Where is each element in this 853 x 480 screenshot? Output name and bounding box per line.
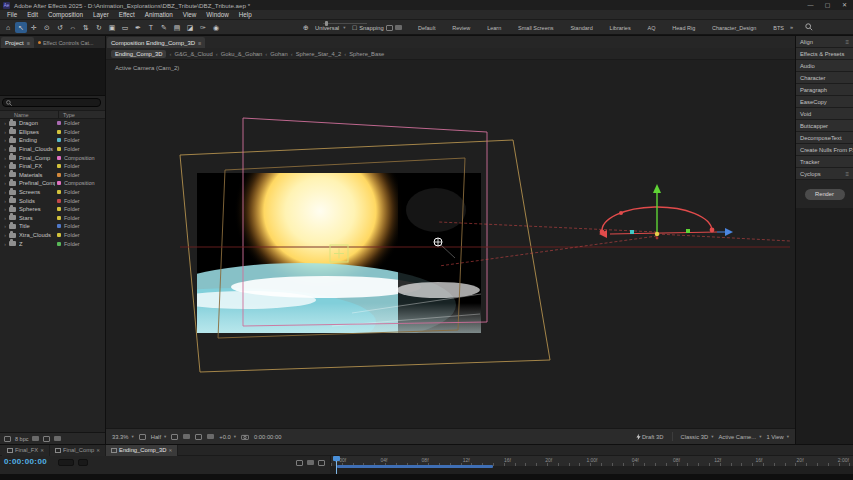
collapsed-panel-header[interactable]: Align ≡: [796, 36, 853, 47]
tool-icon[interactable]: ▣: [106, 22, 118, 33]
tab-effect-controls[interactable]: Effect Controls Cat...: [34, 37, 98, 48]
project-item-row[interactable]: › Prefinal_Comp Composition: [0, 179, 105, 188]
snap-option-icon[interactable]: [386, 25, 393, 31]
workspace-item[interactable]: Libraries: [610, 25, 631, 31]
timeline-tab[interactable]: Final_Comp ✕: [50, 445, 106, 456]
project-item-row[interactable]: › Xtra_Clouds Folder: [0, 231, 105, 240]
menu-item[interactable]: Layer: [88, 10, 114, 20]
comp-timecode[interactable]: 0:00:00:00: [254, 434, 281, 440]
view-layout-select[interactable]: 1 View ▾: [766, 434, 789, 440]
disclosure-arrow-icon[interactable]: ›: [2, 198, 8, 204]
timeline-tab[interactable]: Final_FX ✕: [2, 445, 50, 456]
workspace-item[interactable]: AQ: [648, 25, 656, 31]
viewport-canvas[interactable]: [106, 60, 795, 428]
tool-icon[interactable]: ✎: [158, 22, 170, 33]
label-color-swatch[interactable]: [57, 156, 61, 160]
disclosure-arrow-icon[interactable]: ›: [2, 120, 8, 126]
disclosure-arrow-icon[interactable]: ›: [2, 241, 8, 247]
zoom-slider-knob[interactable]: [325, 21, 328, 26]
close-tab-icon[interactable]: ✕: [168, 448, 172, 453]
tool-icon[interactable]: ⌂: [2, 22, 14, 33]
disclosure-arrow-icon[interactable]: ›: [2, 163, 8, 169]
disclosure-arrow-icon[interactable]: ›: [2, 232, 8, 238]
breadcrumb-item[interactable]: Sphere_Star_4_2: [296, 51, 341, 57]
menu-item[interactable]: Edit: [22, 10, 43, 20]
tool-icon[interactable]: ↻: [93, 22, 105, 33]
tool-icon[interactable]: ▤: [171, 22, 183, 33]
workspace-item[interactable]: Default: [418, 25, 435, 31]
motion-blur-icon[interactable]: [307, 460, 314, 465]
breadcrumb-item[interactable]: G&G_&_Cloud: [174, 51, 212, 57]
project-item-row[interactable]: › Materials Folder: [0, 171, 105, 180]
current-time-field[interactable]: 0:00:00:00: [4, 457, 47, 466]
workspace-item[interactable]: Character_Design: [712, 25, 756, 31]
disclosure-arrow-icon[interactable]: ›: [2, 206, 8, 212]
gizmo-y-arrowhead[interactable]: [653, 184, 661, 193]
search-layers-field[interactable]: [58, 459, 74, 466]
camera-view-select[interactable]: Active Came... ▾: [718, 434, 761, 440]
transparency-grid-icon[interactable]: [195, 434, 202, 440]
render-button[interactable]: Render: [805, 189, 845, 200]
gizmo-ring-handle[interactable]: [619, 211, 623, 215]
collapsed-panel-header[interactable]: Buttcapper: [796, 120, 853, 131]
view-label[interactable]: Active Camera (Cam_2): [115, 65, 179, 71]
breadcrumb-item[interactable]: Sphere_Base: [349, 51, 384, 57]
label-color-swatch[interactable]: [57, 224, 61, 228]
tool-icon[interactable]: ⇅: [80, 22, 92, 33]
workspace-item[interactable]: Learn: [487, 25, 501, 31]
project-item-row[interactable]: › Ending Folder: [0, 136, 105, 145]
disclosure-arrow-icon[interactable]: ›: [2, 189, 8, 195]
collapsed-panel-header[interactable]: Tracker: [796, 156, 853, 167]
project-item-row[interactable]: › Stars Folder: [0, 214, 105, 223]
disclosure-arrow-icon[interactable]: ›: [2, 137, 8, 143]
workspace-overflow-icon[interactable]: »: [790, 24, 793, 30]
snapping-checkbox[interactable]: ☐: [352, 25, 357, 31]
frame-blending-icon[interactable]: [296, 460, 303, 466]
exposure-control[interactable]: +0.0 ▾: [219, 434, 236, 440]
close-tab-icon[interactable]: ✕: [40, 448, 44, 453]
project-item-row[interactable]: › Final_FX Folder: [0, 162, 105, 171]
renderer-select[interactable]: Classic 3D ▾: [681, 434, 714, 440]
disclosure-arrow-icon[interactable]: ›: [2, 146, 8, 152]
current-time-indicator-handle[interactable]: [333, 456, 340, 461]
camera-gizmo[interactable]: [599, 184, 733, 239]
project-item-row[interactable]: › Final_Clouds Folder: [0, 145, 105, 154]
timeline-zoom-slider[interactable]: [323, 23, 367, 24]
maximize-button[interactable]: ▢: [819, 0, 836, 10]
menu-item[interactable]: Effect: [114, 10, 140, 20]
breadcrumb-item[interactable]: Gohan: [270, 51, 287, 57]
disclosure-arrow-icon[interactable]: ›: [2, 215, 8, 221]
gizmo-center-handle[interactable]: [655, 232, 659, 236]
gizmo-x-axis[interactable]: [610, 232, 717, 234]
gizmo-ring-handle[interactable]: [710, 228, 715, 233]
menu-item[interactable]: Animation: [140, 10, 178, 20]
collapsed-panel-header[interactable]: Effects & Presets: [796, 48, 853, 59]
disclosure-arrow-icon[interactable]: ›: [2, 172, 8, 178]
menu-item[interactable]: Composition: [43, 10, 88, 20]
trash-icon[interactable]: [54, 436, 61, 441]
project-item-row[interactable]: › Ellipses Folder: [0, 128, 105, 137]
timeline-tab[interactable]: Ending_Comp_3D ✕: [106, 445, 178, 456]
project-item-row[interactable]: › Z Folder: [0, 239, 105, 248]
panel-menu-icon[interactable]: ≡: [198, 40, 201, 46]
label-color-swatch[interactable]: [57, 147, 61, 151]
tab-project[interactable]: Project ≡: [1, 37, 34, 48]
gizmo-plane-handle[interactable]: [630, 230, 634, 234]
project-item-row[interactable]: › Spheres Folder: [0, 205, 105, 214]
collapsed-panel-header[interactable]: Audio: [796, 60, 853, 71]
label-color-swatch[interactable]: [57, 242, 61, 246]
menu-item[interactable]: File: [2, 10, 22, 20]
tool-icon[interactable]: T: [145, 22, 157, 33]
project-item-row[interactable]: › Solids Folder: [0, 196, 105, 205]
project-bpc-button[interactable]: 8 bpc: [15, 436, 28, 442]
composition-viewport[interactable]: Active Camera (Cam_2): [106, 60, 795, 428]
tool-icon[interactable]: ◉: [210, 22, 222, 33]
tool-icon[interactable]: ✒: [132, 22, 144, 33]
collapsed-panel-header[interactable]: Character: [796, 72, 853, 83]
graph-editor-icon[interactable]: [318, 460, 325, 466]
minimize-button[interactable]: —: [802, 0, 819, 10]
interpret-footage-icon[interactable]: [4, 436, 11, 442]
snap-option-icon[interactable]: [395, 25, 402, 30]
label-color-swatch[interactable]: [57, 199, 61, 203]
label-color-swatch[interactable]: [57, 190, 61, 194]
